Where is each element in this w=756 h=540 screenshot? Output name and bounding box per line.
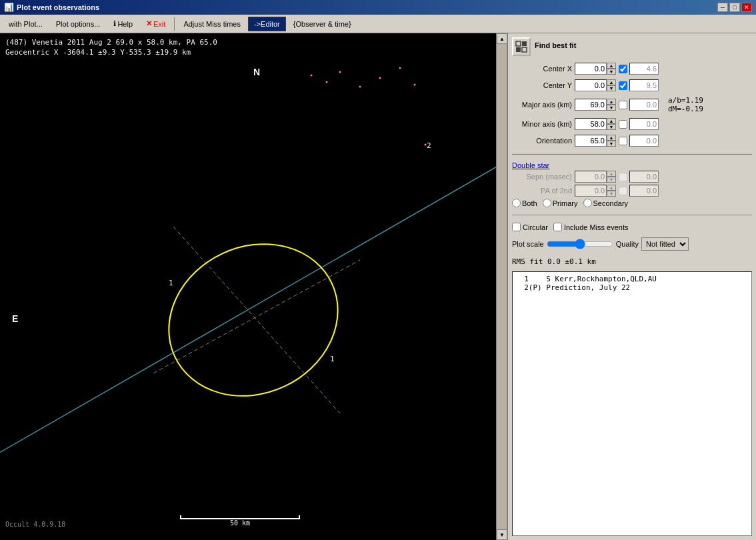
close-button[interactable]: ✕	[741, 3, 752, 12]
double-star-link[interactable]: Double star	[512, 161, 752, 169]
major-axis-check-value[interactable]	[629, 99, 659, 111]
sepn-up: ▲	[607, 171, 616, 177]
orientation-row: Orientation ▲ ▼	[512, 135, 752, 147]
exit-button[interactable]: ✕ Exit	[140, 17, 171, 31]
divider-2	[512, 215, 752, 215]
plot-title-line1: (487) Venetia 2011 Aug 2 69.0 x 58.0 km,…	[5, 37, 217, 47]
scale-label: 50 km	[230, 519, 250, 527]
scrollbar-up-button[interactable]: ▲	[497, 33, 507, 44]
center-y-field[interactable]	[575, 79, 607, 91]
plot-scale-slider[interactable]	[547, 238, 613, 250]
center-x-checkbox[interactable]	[619, 65, 627, 73]
plot-options-menu[interactable]: Plot options...	[50, 17, 107, 31]
quality-label: Quality	[616, 240, 639, 248]
minor-axis-field[interactable]	[575, 118, 607, 130]
scrollbar-down-button[interactable]: ▼	[497, 529, 507, 540]
minor-axis-check-group	[619, 118, 659, 130]
orientation-check-value[interactable]	[629, 135, 659, 147]
sepn-down: ▼	[607, 177, 616, 183]
sepn-field[interactable]	[575, 171, 607, 183]
plot-title-line2: Geocentric X -3604.1 ±9.3 Y-535.3 ±19.9 …	[5, 47, 217, 57]
center-x-up[interactable]: ▲	[607, 63, 616, 69]
orientation-down[interactable]: ▼	[607, 141, 616, 147]
sepn-label: Sepn (masec)	[512, 173, 572, 181]
sepn-row: Sepn (masec) ▲ ▼	[512, 171, 752, 183]
plot-header: (487) Venetia 2011 Aug 2 69.0 x 58.0 km,…	[5, 37, 217, 58]
center-x-input-group: ▲ ▼	[575, 63, 616, 75]
result-row-2: 2(P) Prediction, July 22	[515, 283, 749, 292]
primary-radio[interactable]	[543, 199, 551, 207]
secondary-option[interactable]: Secondary	[583, 199, 629, 207]
center-x-field[interactable]	[575, 63, 607, 75]
editor-button[interactable]: ->Editor	[248, 17, 286, 31]
rms-text: RMS fit 0.0 ±0.1 km	[512, 257, 752, 266]
include-miss-label[interactable]: Include Miss events	[553, 223, 629, 231]
circular-checkbox[interactable]	[512, 223, 521, 231]
with-plot-menu[interactable]: with Plot...	[3, 17, 49, 31]
both-radio[interactable]	[512, 199, 521, 207]
adjust-miss-times-button[interactable]: Adjust Miss times	[177, 17, 247, 31]
both-option[interactable]: Both	[512, 199, 537, 207]
quality-row: Quality Not fitted Good Fair Poor	[616, 237, 689, 251]
orientation-check-group	[619, 135, 659, 147]
help-menu[interactable]: ℹHelp	[107, 17, 139, 31]
maximize-button[interactable]: □	[729, 3, 740, 12]
center-y-label: Center Y	[512, 81, 572, 89]
plot-svg: 1 1 2	[0, 33, 496, 540]
minor-axis-check-value[interactable]	[629, 118, 659, 130]
find-best-fit-button[interactable]	[512, 37, 531, 56]
svg-text:1: 1	[169, 279, 173, 287]
pa2nd-field[interactable]	[575, 185, 607, 197]
pa2nd-checkbox	[619, 187, 627, 195]
orientation-input-group: ▲ ▼	[575, 135, 616, 147]
dm-text: dM=-0.19	[668, 105, 703, 113]
plot-area[interactable]: (487) Venetia 2011 Aug 2 69.0 x 58.0 km,…	[0, 33, 507, 540]
center-x-label: Center X	[512, 65, 572, 73]
orientation-field[interactable]	[575, 135, 607, 147]
center-y-up[interactable]: ▲	[607, 79, 616, 85]
major-axis-field[interactable]	[575, 99, 607, 111]
menu-separator	[174, 17, 175, 31]
title-bar-text: Plot event observations	[17, 3, 99, 11]
major-axis-checkbox[interactable]	[619, 101, 627, 109]
scrollbar-track[interactable]	[497, 44, 507, 529]
title-bar: 📊 Plot event observations ─ □ ✕	[0, 0, 756, 15]
minor-axis-checkbox[interactable]	[619, 120, 627, 129]
svg-text:1: 1	[330, 355, 335, 363]
plot-scrollbar[interactable]: ▲ ▼	[496, 33, 507, 540]
orientation-checkbox[interactable]	[619, 137, 627, 145]
primary-option[interactable]: Primary	[543, 199, 578, 207]
minor-axis-up[interactable]: ▲	[607, 118, 616, 124]
secondary-radio[interactable]	[583, 199, 592, 207]
svg-point-10	[359, 86, 361, 88]
include-miss-checkbox[interactable]	[553, 223, 562, 231]
quality-select[interactable]: Not fitted Good Fair Poor	[641, 237, 689, 251]
center-y-check-value[interactable]	[629, 79, 659, 91]
major-axis-up[interactable]: ▲	[607, 99, 616, 105]
pa2nd-check-value	[629, 185, 659, 197]
center-x-check-value[interactable]	[629, 63, 659, 75]
center-x-row: Center X ▲ ▼	[512, 63, 752, 75]
scale-bar: 50 km	[180, 515, 300, 527]
center-y-down[interactable]: ▼	[607, 85, 616, 91]
center-y-checkbox[interactable]	[619, 81, 627, 90]
minor-axis-row: Minor axis (km) ▲ ▼	[512, 118, 752, 130]
svg-text:2: 2	[427, 141, 431, 150]
observer-time-button[interactable]: {Observer & time}	[287, 17, 357, 31]
circular-label[interactable]: Circular	[512, 223, 548, 231]
sepn-input-group: ▲ ▼	[575, 171, 616, 183]
center-x-down[interactable]: ▼	[607, 69, 616, 75]
major-axis-down[interactable]: ▼	[607, 105, 616, 111]
minor-axis-down[interactable]: ▼	[607, 124, 616, 130]
result-row-1: 1 S Kerr,Rockhampton,QLD,AU	[515, 275, 749, 283]
sepn-check-value	[629, 171, 659, 183]
svg-point-8	[326, 81, 328, 83]
orientation-up[interactable]: ▲	[607, 135, 616, 141]
ab-ratio-text: a/b=1.19	[668, 96, 703, 105]
plot-scale-label: Plot scale	[512, 240, 544, 248]
pa2nd-input-group: ▲ ▼	[575, 185, 616, 197]
svg-rect-17	[516, 47, 521, 52]
svg-point-9	[339, 71, 341, 73]
minimize-button[interactable]: ─	[717, 3, 728, 12]
svg-rect-18	[522, 47, 527, 52]
